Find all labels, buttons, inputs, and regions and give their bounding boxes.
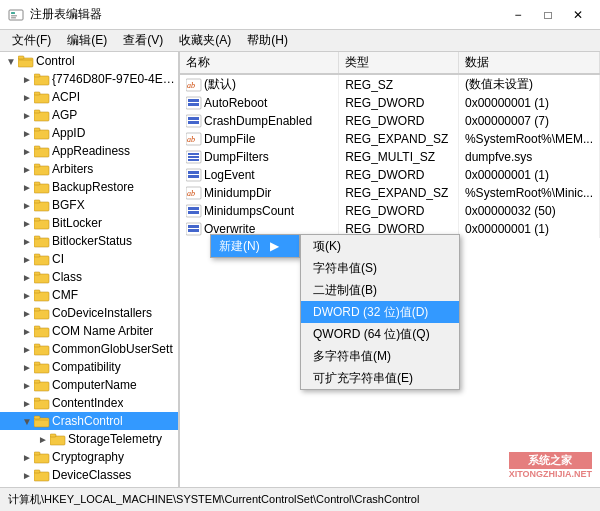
tree-label: BackupRestore	[52, 180, 134, 194]
svg-rect-17	[34, 166, 49, 175]
svg-text:ab: ab	[187, 81, 195, 90]
table-row[interactable]: AutoRebootREG_DWORD0x00000001 (1)	[180, 94, 600, 112]
tree-expand-icon: ▼	[20, 414, 34, 428]
tree-item-guid[interactable]: ► {7746D80F-97E0-4E26-...	[0, 70, 178, 88]
tree-item-cmf[interactable]: ► CMF	[0, 286, 178, 304]
context-menu-new[interactable]: 新建(N) ▶	[210, 234, 300, 258]
cell-name: AutoReboot	[180, 94, 339, 112]
table-row[interactable]: DumpFiltersREG_MULTI_SZdumpfve.sys	[180, 148, 600, 166]
svg-rect-18	[34, 164, 40, 167]
table-row[interactable]: CrashDumpEnabledREG_DWORD0x00000007 (7)	[180, 112, 600, 130]
col-data: 数据	[458, 52, 599, 74]
tree-label: ContentIndex	[52, 396, 123, 410]
menu-item-4[interactable]: 帮助(H)	[239, 30, 296, 51]
cell-data: 0x00000001 (1)	[458, 220, 599, 238]
submenu-item-binval[interactable]: 二进制值(B)	[301, 279, 459, 301]
table-row[interactable]: LogEventREG_DWORD0x00000001 (1)	[180, 166, 600, 184]
menu-bar: 文件(F)编辑(E)查看(V)收藏夹(A)帮助(H)	[0, 30, 600, 52]
tree-expand-icon: ►	[20, 144, 34, 158]
svg-rect-77	[188, 225, 199, 228]
svg-rect-29	[34, 274, 49, 283]
svg-rect-60	[188, 117, 199, 120]
svg-rect-67	[188, 159, 199, 161]
tree-item-contentindex[interactable]: ► ContentIndex	[0, 394, 178, 412]
tree-item-codeviceinstallers[interactable]: ► CoDeviceInstallers	[0, 304, 178, 322]
tree-expand-icon: ►	[20, 108, 34, 122]
tree-item-crashcontrol[interactable]: ▼ CrashControl	[0, 412, 178, 430]
tree-item-agp[interactable]: ► AGP	[0, 106, 178, 124]
folder-icon	[34, 198, 50, 213]
svg-rect-57	[188, 99, 199, 102]
cell-name: LogEvent	[180, 166, 339, 184]
tree-item-commonglobusersett[interactable]: ► CommonGlobUserSett	[0, 340, 178, 358]
tree-item-cryptography[interactable]: ► Cryptography	[0, 448, 178, 466]
tree-item-ci[interactable]: ► CI	[0, 250, 178, 268]
title-bar: 注册表编辑器 − □ ✕	[0, 0, 600, 30]
cell-type: REG_EXPAND_SZ	[339, 184, 459, 202]
menu-item-2[interactable]: 查看(V)	[115, 30, 171, 51]
close-button[interactable]: ✕	[564, 4, 592, 26]
menu-item-1[interactable]: 编辑(E)	[59, 30, 115, 51]
tree-item-arbiters[interactable]: ► Arbiters	[0, 160, 178, 178]
content-panel[interactable]: 名称 类型 数据 ab (默认)REG_SZ(数值未设置) AutoReboot…	[180, 52, 600, 487]
cell-data: 0x00000007 (7)	[458, 112, 599, 130]
cell-data: 0x00000001 (1)	[458, 166, 599, 184]
folder-icon	[34, 180, 50, 195]
tree-item-bgfx[interactable]: ► BGFX	[0, 196, 178, 214]
tree-expand-icon: ►	[20, 450, 34, 464]
tree-label: Control	[36, 54, 75, 68]
tree-item-deviceclasses[interactable]: ► DeviceClasses	[0, 466, 178, 484]
tree-expand-icon: ►	[20, 126, 34, 140]
svg-rect-69	[188, 171, 199, 174]
tree-item-control[interactable]: ▼ Control	[0, 52, 178, 70]
submenu-item-strval[interactable]: 字符串值(S)	[301, 257, 459, 279]
table-row[interactable]: ab MinidumpDirREG_EXPAND_SZ%SystemRoot%\…	[180, 184, 600, 202]
title-text: 注册表编辑器	[30, 6, 102, 23]
table-header: 名称 类型 数据	[180, 52, 600, 74]
svg-rect-38	[34, 344, 40, 347]
menu-item-0[interactable]: 文件(F)	[4, 30, 59, 51]
tree-item-acpi[interactable]: ► ACPI	[0, 88, 178, 106]
cell-type: REG_EXPAND_SZ	[339, 130, 459, 148]
tree-item-backuprestore[interactable]: ► BackupRestore	[0, 178, 178, 196]
tree-item-class[interactable]: ► Class	[0, 268, 178, 286]
cell-data: 0x00000001 (1)	[458, 94, 599, 112]
submenu[interactable]: 项(K)字符串值(S)二进制值(B)DWORD (32 位)值(D)QWORD …	[300, 234, 460, 390]
tree-item-bitlocker[interactable]: ► BitLocker	[0, 214, 178, 232]
minimize-button[interactable]: −	[504, 4, 532, 26]
tree-expand-icon: ►	[20, 396, 34, 410]
tree-expand-icon: ►	[20, 468, 34, 482]
tree-label: Compatibility	[52, 360, 121, 374]
tree-item-appreadiness[interactable]: ► AppReadiness	[0, 142, 178, 160]
new-menu-item[interactable]: 新建(N) ▶	[211, 235, 299, 257]
tree-expand-icon: ►	[20, 72, 34, 86]
tree-item-appid[interactable]: ► AppID	[0, 124, 178, 142]
svg-rect-74	[188, 207, 199, 210]
submenu-item-qword64[interactable]: QWORD (64 位)值(Q)	[301, 323, 459, 345]
folder-icon	[34, 108, 50, 123]
submenu-item-dword32[interactable]: DWORD (32 位)值(D)	[301, 301, 459, 323]
folder-icon	[34, 360, 50, 375]
tree-item-storagetelemetry[interactable]: ► StorageTelemetry	[0, 430, 178, 448]
svg-rect-75	[188, 211, 199, 214]
tree-item-computername[interactable]: ► ComputerName	[0, 376, 178, 394]
tree-item-comname[interactable]: ► COM Name Arbiter	[0, 322, 178, 340]
cell-name: ab (默认)	[180, 74, 339, 94]
svg-rect-15	[34, 148, 49, 157]
submenu-item-expandstr[interactable]: 可扩充字符串值(E)	[301, 367, 459, 389]
folder-icon	[34, 396, 50, 411]
tree-expand-icon: ►	[36, 432, 50, 446]
table-row[interactable]: MinidumpsCountREG_DWORD0x00000032 (50)	[180, 202, 600, 220]
submenu-item-key[interactable]: 项(K)	[301, 235, 459, 257]
tree-item-compatibility[interactable]: ► Compatibility	[0, 358, 178, 376]
maximize-button[interactable]: □	[534, 4, 562, 26]
tree-label: CI	[52, 252, 64, 266]
table-row[interactable]: ab (默认)REG_SZ(数值未设置)	[180, 74, 600, 94]
tree-item-bitlockerstatus[interactable]: ► BitlockerStatus	[0, 232, 178, 250]
svg-rect-19	[34, 184, 49, 193]
menu-item-3[interactable]: 收藏夹(A)	[171, 30, 239, 51]
tree-panel[interactable]: ▼ Control► {7746D80F-97E0-4E26-...► ACPI…	[0, 52, 180, 487]
table-row[interactable]: ab DumpFileREG_EXPAND_SZ%SystemRoot%\MEM…	[180, 130, 600, 148]
folder-icon	[34, 342, 50, 357]
submenu-item-multistr[interactable]: 多字符串值(M)	[301, 345, 459, 367]
